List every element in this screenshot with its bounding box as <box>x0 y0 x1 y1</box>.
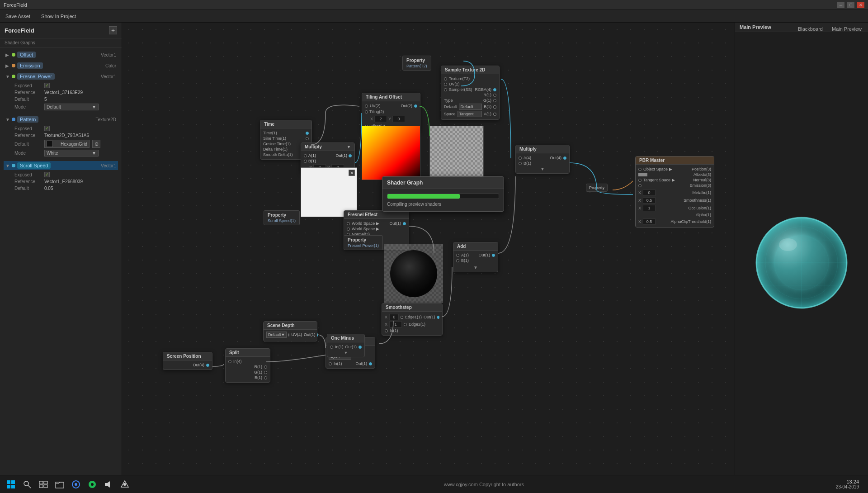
multiply-node-2[interactable]: Multiply A(4) Out(4) B(1) ▼ <box>515 145 570 174</box>
ss-edge1-port <box>401 316 403 319</box>
om-in-port <box>330 346 333 349</box>
multiply1-dropdown[interactable]: ▼ <box>347 145 351 149</box>
minimize-button[interactable]: ─ <box>837 2 844 8</box>
menu-save-asset[interactable]: Save Asset <box>4 13 32 20</box>
sp-out-label: Out(4) <box>193 363 204 367</box>
blank-white-node[interactable]: ✕ <box>301 167 357 217</box>
circle-preview <box>384 244 443 303</box>
scroll-exposed-row: Exposed <box>13 171 118 178</box>
pattern-default-row: Default HexagonGrid ⊙ <box>13 139 118 149</box>
sd-default-row: Default▼ UV(4) Out(1) <box>266 332 314 338</box>
music-icon <box>88 480 97 489</box>
pattern-default-picker[interactable]: ⊙ <box>92 140 100 148</box>
blank-node-close[interactable]: ✕ <box>349 170 355 176</box>
pbr-pos-label: Position(3) <box>692 167 711 171</box>
tiling-y-val[interactable]: 0 <box>392 116 405 122</box>
close-button[interactable]: ✕ <box>857 2 864 8</box>
add-out-label: Out(1) <box>478 253 490 257</box>
pattern-mode-select[interactable]: White ▼ <box>44 150 99 156</box>
scroll-speed-name: Scroll Speed <box>17 162 51 169</box>
ss-out-port <box>437 316 440 319</box>
pbr-master-node[interactable]: PBR Master Object Space ▶ Position(3) Al… <box>635 156 714 228</box>
screen-pos-header: Screen Position <box>163 352 212 360</box>
one-minus-node[interactable]: One Minus In(1) Out(1) ▼ <box>327 334 365 357</box>
speaker-button[interactable] <box>101 477 116 492</box>
split-node[interactable]: Split In(4) R(1) G(1) B(1) <box>225 348 270 383</box>
main-preview-button[interactable]: Main Preview <box>829 25 864 33</box>
property-emission-header[interactable]: ▶ Emission Color <box>4 61 118 70</box>
offset-arrow: ▶ <box>5 52 10 57</box>
screen-position-node[interactable]: Screen Position Out(4) <box>163 352 212 370</box>
graph-area[interactable]: Property Pattern(T2) Sample Texture 2D T… <box>122 23 735 493</box>
scene-depth-node[interactable]: Scene Depth Default▼ UV(4) Out(1) <box>263 321 317 341</box>
property-offset-header[interactable]: ▶ Offset Vector1 <box>4 50 118 59</box>
white-preview-node[interactable] <box>429 126 484 180</box>
svg-point-32 <box>75 483 77 486</box>
pbr-x0-val[interactable]: 0 <box>643 190 656 196</box>
pbr-tangent-row: Tangent Space ▶ Normal(3) <box>638 177 711 183</box>
color-picker-node[interactable] <box>362 126 420 180</box>
tiling-x-val[interactable]: 2 <box>374 116 387 122</box>
st-space-select[interactable]: Tangent <box>458 111 482 117</box>
panel-add-button[interactable]: + <box>109 26 117 34</box>
taskview-button[interactable] <box>36 477 51 492</box>
property-scroll-speed-graph-node[interactable]: Property Scroll Speed(1) <box>264 210 300 225</box>
time-time-label: Time(1) <box>263 131 277 135</box>
music-button[interactable] <box>85 477 99 492</box>
pbr-x05b-val[interactable]: 0.5 <box>643 218 656 225</box>
tiling-uv-port <box>365 104 368 108</box>
scroll-ref-row: Reference Vector1_E2668039 <box>13 178 118 185</box>
mult2-out-port <box>563 156 566 160</box>
pbr-x05-val[interactable]: 0.5 <box>643 197 656 204</box>
svg-point-34 <box>91 483 94 486</box>
sample-texture-node[interactable]: Sample Texture 2D Texture(T2) UV(2) Samp… <box>441 66 500 120</box>
time-smooth-label: Smooth Delta(1) <box>263 152 293 157</box>
blackboard-button[interactable]: Blackboard <box>795 25 826 33</box>
start-button[interactable] <box>4 477 18 492</box>
search-button[interactable] <box>20 477 34 492</box>
svg-rect-35 <box>105 483 107 486</box>
add-node[interactable]: Add A(1) Out(1) B(1) ▼ <box>453 242 498 272</box>
pattern-exposed-checkbox[interactable] <box>44 126 50 131</box>
pbr-x0-label: X <box>638 190 641 195</box>
unity-button[interactable] <box>118 477 132 492</box>
menu-show-in-project[interactable]: Show In Project <box>39 13 78 20</box>
pbr-body: Object Space ▶ Position(3) Albedo(3) Tan… <box>636 165 714 227</box>
property-pattern-header[interactable]: ▼ Pattern Texture2D <box>4 115 118 124</box>
mult1-a-port <box>304 154 307 157</box>
ss-x1-val[interactable]: 1 <box>389 321 402 327</box>
st-rgba-label: RGBA(4) <box>475 87 491 92</box>
files-button[interactable] <box>52 477 67 492</box>
property-fresnel-power-graph-node[interactable]: Property Fresnel Power(1) <box>344 235 383 250</box>
maximize-button[interactable]: □ <box>847 2 854 8</box>
smoothstep-node[interactable]: Smoothstep X 0 Edge1(1) Out(1) X 1 Edge2… <box>382 303 443 336</box>
st-b-label: B(1) <box>484 104 491 109</box>
pattern-default-select[interactable]: HexagonGrid <box>44 140 90 148</box>
ss-edge1-label: Edge1(1) <box>405 315 422 319</box>
scroll-speed-dot <box>12 164 15 167</box>
pattern-ref-row: Reference Texture2D_79BA51A6 <box>13 132 118 139</box>
scroll-exposed-checkbox[interactable] <box>44 172 50 177</box>
ss-x0-val[interactable]: 0 <box>389 314 399 320</box>
chrome-button[interactable] <box>69 477 83 492</box>
svg-rect-26 <box>39 481 43 484</box>
ss-edge2-port <box>404 323 407 326</box>
pbr-x1-val[interactable]: 1 <box>643 205 656 211</box>
multiply2-header: Multiply <box>516 145 569 153</box>
fresnel-mode-select[interactable]: Default ▼ <box>44 104 99 110</box>
property-fresnel-header[interactable]: ▼ Fresnel Power Vector1 <box>4 72 118 81</box>
sd-default-select[interactable]: Default▼ <box>266 332 287 338</box>
prop-node-1-output: Pattern(T2) <box>406 64 427 68</box>
split-r-row: R(1) <box>228 364 267 370</box>
st-type-val: Type <box>444 98 453 103</box>
split-body: In(4) R(1) G(1) B(1) <box>226 357 270 382</box>
fresnel-exposed-checkbox[interactable] <box>44 83 50 88</box>
st-type-select[interactable]: Default <box>459 104 482 110</box>
property-scroll-speed-header[interactable]: ▼ Scroll Speed Vector1 <box>4 161 118 170</box>
pbr-emission-port <box>638 184 642 187</box>
svg-line-25 <box>28 485 31 488</box>
property-node-1[interactable]: Property Pattern(T2) <box>402 56 431 71</box>
add-expand-icon[interactable]: ▼ <box>473 265 478 270</box>
progress-bar-fill <box>387 194 460 199</box>
pbr-property-subnode[interactable]: Property <box>586 184 608 192</box>
